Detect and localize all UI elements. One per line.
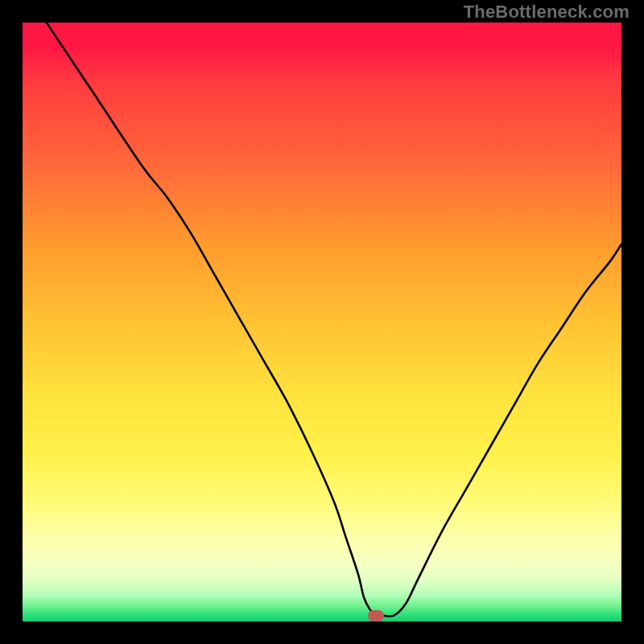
chart-container: TheBottleneck.com <box>0 0 644 644</box>
bottleneck-curve-path <box>47 23 621 617</box>
optimal-point-marker <box>368 610 384 621</box>
watermark-text: TheBottleneck.com <box>464 2 630 23</box>
bottleneck-curve-svg <box>23 23 621 621</box>
